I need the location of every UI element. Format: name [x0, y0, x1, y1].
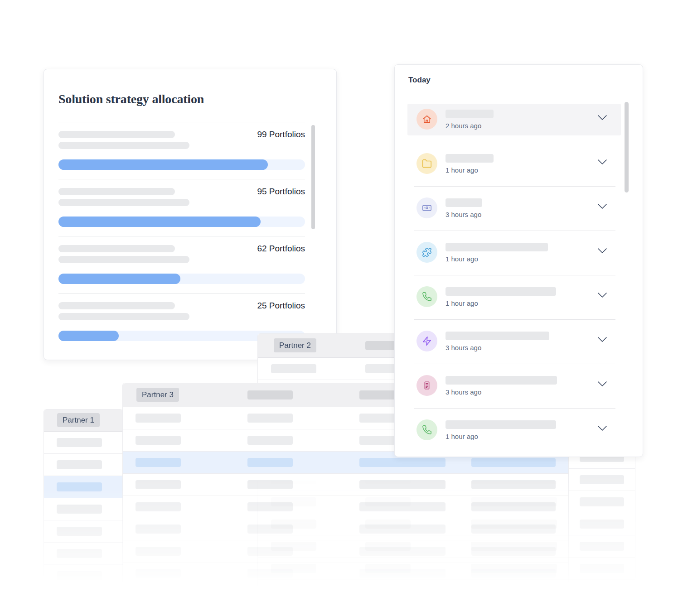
activity-item[interactable]: 3 hours ago	[407, 326, 621, 370]
placeholder-cell	[365, 586, 411, 595]
placeholder-cell	[247, 390, 293, 399]
placeholder-cell	[471, 586, 557, 595]
activity-item[interactable]: 1 hour ago	[407, 148, 621, 192]
activity-feed: 2 hours ago 1 hour ago 3 hours ago	[407, 104, 621, 457]
activity-card-title: Today	[408, 76, 431, 85]
placeholder-cell	[57, 527, 102, 536]
placeholder-line	[58, 313, 189, 320]
table-row[interactable]	[44, 520, 123, 543]
chevron-down-icon[interactable]	[598, 115, 607, 120]
placeholder-cell	[471, 480, 556, 489]
partner2-badge: Partner 2	[274, 338, 316, 352]
placeholder-cell	[247, 458, 293, 467]
placeholder-line	[58, 131, 175, 138]
chevron-down-icon[interactable]	[598, 381, 607, 387]
placeholder-line	[58, 142, 189, 149]
placeholder-line	[446, 198, 482, 207]
chevron-down-icon[interactable]	[598, 204, 607, 209]
table-row[interactable]	[44, 565, 123, 587]
placeholder-line	[446, 154, 494, 163]
placeholder-cell	[471, 547, 556, 556]
portfolio-count-label: 99 Portfolios	[257, 130, 305, 140]
table-row[interactable]	[44, 454, 123, 476]
placeholder-cell	[471, 525, 556, 534]
placeholder-cell	[580, 475, 624, 484]
home-icon	[416, 109, 437, 130]
activity-timestamp: 2 hours ago	[446, 122, 481, 130]
placeholder-cell	[247, 569, 293, 578]
activity-item[interactable]: 1 hour ago	[407, 414, 621, 457]
placeholder-cell	[580, 497, 624, 506]
placeholder-cell	[580, 542, 624, 551]
allocation-row: 99 Portfolios	[58, 122, 305, 179]
activity-timestamp: 3 hours ago	[446, 211, 481, 218]
chevron-down-icon[interactable]	[598, 248, 607, 254]
placeholder-cell	[471, 569, 556, 578]
table-row[interactable]	[44, 476, 123, 498]
placeholder-cell	[136, 458, 181, 467]
activity-card: Today 2 hours ago 1 hour ago 3 h	[394, 64, 643, 457]
placeholder-cell	[359, 547, 446, 556]
activity-item[interactable]: 1 hour ago	[407, 237, 621, 281]
table-row[interactable]	[123, 518, 568, 540]
table-row[interactable]	[44, 543, 123, 565]
allocation-row: 62 Portfolios	[58, 236, 305, 293]
placeholder-cell	[359, 569, 446, 578]
placeholder-cell	[136, 480, 181, 489]
placeholder-cell	[247, 436, 293, 445]
placeholder-cell	[580, 586, 624, 595]
placeholder-cell	[359, 458, 446, 467]
activity-timestamp: 3 hours ago	[446, 344, 481, 351]
placeholder-cell	[57, 571, 102, 580]
placeholder-cell	[471, 502, 556, 511]
chevron-down-icon[interactable]	[598, 337, 607, 342]
placeholder-cell	[57, 505, 102, 514]
puzzle-icon	[416, 242, 437, 263]
placeholder-cell	[136, 525, 181, 534]
activity-timestamp: 1 hour ago	[446, 433, 478, 440]
table-row[interactable]	[44, 432, 123, 454]
placeholder-line	[446, 287, 556, 296]
placeholder-cell	[136, 502, 181, 511]
portfolio-count-label: 25 Portfolios	[257, 301, 305, 311]
allocation-bar-fill	[58, 217, 261, 227]
placeholder-cell	[247, 480, 293, 489]
chevron-down-icon[interactable]	[598, 159, 607, 165]
chevron-down-icon[interactable]	[598, 426, 607, 431]
placeholder-cell	[359, 525, 446, 534]
placeholder-cell	[359, 502, 446, 511]
placeholder-line	[446, 332, 549, 340]
phone-icon	[416, 419, 437, 440]
activity-item[interactable]: 3 hours ago	[407, 192, 621, 237]
activity-item[interactable]: 3 hours ago	[407, 370, 621, 414]
activity-item[interactable]: 1 hour ago	[407, 281, 621, 326]
partner3-badge: Partner 3	[136, 388, 179, 402]
activity-scrollbar[interactable]	[625, 102, 629, 192]
placeholder-line	[446, 376, 557, 385]
activity-timestamp: 1 hour ago	[446, 255, 478, 263]
allocation-row: 95 Portfolios	[58, 179, 305, 236]
placeholder-cell	[247, 525, 293, 534]
table-row[interactable]	[123, 496, 568, 518]
activity-item[interactable]: 2 hours ago	[407, 104, 621, 148]
placeholder-cell	[471, 458, 556, 467]
partner1-badge: Partner 1	[57, 413, 100, 427]
placeholder-cell	[57, 482, 102, 491]
allocation-scrollbar[interactable]	[311, 125, 315, 229]
lightning-icon	[416, 331, 437, 351]
table-row[interactable]	[123, 540, 568, 563]
banknote-icon	[416, 197, 437, 218]
placeholder-cell	[247, 547, 293, 556]
placeholder-cell	[247, 414, 293, 423]
allocation-bar-fill	[58, 331, 119, 341]
table-row[interactable]	[44, 498, 123, 520]
allocation-bar-fill	[58, 159, 268, 170]
phone-icon	[416, 286, 437, 307]
portfolio-count-label: 62 Portfolios	[257, 244, 305, 254]
activity-timestamp: 3 hours ago	[446, 388, 481, 396]
allocation-bar-track	[58, 159, 305, 170]
table-row[interactable]	[123, 563, 568, 585]
chevron-down-icon[interactable]	[598, 293, 607, 298]
table-row[interactable]	[123, 474, 568, 496]
placeholder-line	[58, 188, 175, 195]
